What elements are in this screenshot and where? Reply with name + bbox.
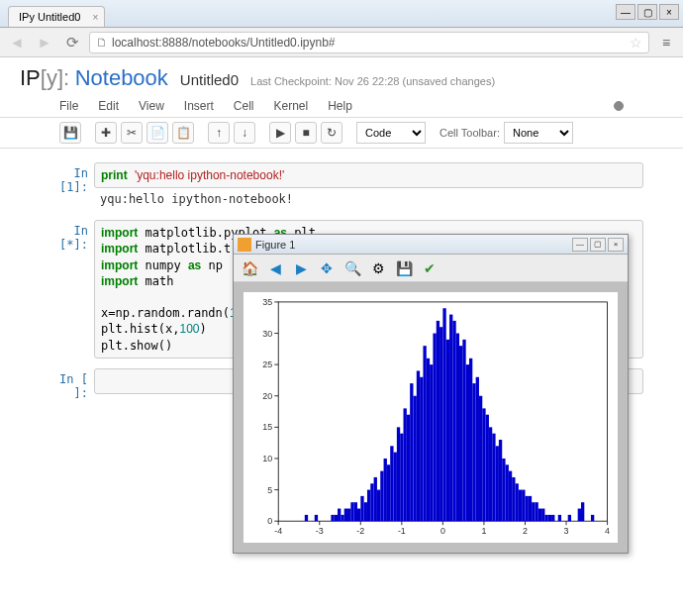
run-icon[interactable]: ▶ bbox=[269, 122, 291, 144]
restart-icon[interactable]: ↻ bbox=[321, 122, 342, 144]
svg-rect-38 bbox=[446, 340, 449, 521]
figure-minimize-icon[interactable]: — bbox=[572, 238, 588, 252]
save-figure-icon[interactable]: 💾 bbox=[394, 258, 414, 278]
svg-text:0: 0 bbox=[267, 516, 272, 526]
svg-text:5: 5 bbox=[267, 485, 272, 495]
back-arrow-icon[interactable]: ◀ bbox=[265, 258, 285, 278]
reload-button[interactable]: ⟳ bbox=[61, 32, 83, 53]
home-icon[interactable]: 🏠 bbox=[240, 258, 259, 278]
configure-icon[interactable]: ⚙ bbox=[368, 258, 388, 278]
menu-help[interactable]: Help bbox=[328, 99, 352, 113]
figure-titlebar[interactable]: Figure 1 — ▢ × bbox=[234, 235, 628, 255]
svg-rect-32 bbox=[427, 359, 430, 521]
page-icon: 🗋 bbox=[96, 36, 108, 50]
notebook-title[interactable]: Untitled0 bbox=[180, 71, 239, 88]
menu-cell[interactable]: Cell bbox=[234, 99, 254, 113]
svg-rect-56 bbox=[506, 464, 509, 521]
maximize-icon[interactable]: ▢ bbox=[637, 4, 657, 20]
svg-text:1: 1 bbox=[481, 526, 486, 536]
svg-text:30: 30 bbox=[262, 329, 272, 339]
svg-rect-50 bbox=[486, 415, 489, 521]
copy-icon[interactable]: 📄 bbox=[146, 122, 168, 144]
url-input[interactable]: 🗋 localhost:8888/notebooks/Untitled0.ipy… bbox=[89, 32, 649, 53]
svg-rect-12 bbox=[360, 496, 363, 521]
svg-rect-34 bbox=[433, 334, 436, 522]
cut-icon[interactable]: ✂ bbox=[121, 122, 143, 144]
svg-rect-35 bbox=[437, 321, 439, 521]
move-up-icon[interactable]: ↑ bbox=[208, 122, 230, 144]
svg-rect-63 bbox=[529, 496, 532, 521]
add-cell-icon[interactable]: ✚ bbox=[95, 122, 117, 144]
cell-1[interactable]: In [1]: print 'yqu:hello ipython-noteboo… bbox=[40, 162, 643, 210]
svg-rect-23 bbox=[397, 427, 400, 521]
svg-rect-6 bbox=[341, 515, 343, 521]
svg-rect-15 bbox=[370, 483, 373, 521]
svg-text:-2: -2 bbox=[356, 526, 364, 536]
svg-rect-70 bbox=[551, 515, 554, 521]
move-down-icon[interactable]: ↓ bbox=[234, 122, 255, 144]
svg-rect-39 bbox=[449, 315, 452, 522]
stop-icon[interactable]: ■ bbox=[295, 122, 317, 144]
svg-rect-33 bbox=[430, 364, 433, 521]
svg-text:-4: -4 bbox=[274, 526, 282, 536]
figure-app-icon bbox=[238, 238, 251, 252]
svg-rect-4 bbox=[335, 515, 338, 521]
browser-tab[interactable]: IPy Untitled0 × bbox=[8, 6, 105, 27]
svg-rect-61 bbox=[522, 490, 525, 522]
forward-arrow-icon[interactable]: ▶ bbox=[291, 258, 311, 278]
svg-rect-21 bbox=[390, 446, 393, 521]
figure-maximize-icon[interactable]: ▢ bbox=[590, 238, 606, 252]
url-text: localhost:8888/notebooks/Untitled0.ipynb… bbox=[112, 36, 336, 50]
svg-rect-36 bbox=[439, 327, 442, 521]
svg-rect-10 bbox=[354, 502, 357, 521]
paste-icon[interactable]: 📋 bbox=[172, 122, 194, 144]
svg-rect-22 bbox=[394, 453, 397, 522]
svg-rect-60 bbox=[519, 490, 522, 522]
celltype-select[interactable]: Code bbox=[356, 122, 426, 144]
svg-rect-2 bbox=[315, 515, 318, 521]
celltoolbar-select[interactable]: None bbox=[504, 122, 573, 144]
svg-text:10: 10 bbox=[262, 454, 272, 463]
svg-rect-51 bbox=[489, 427, 492, 521]
svg-rect-71 bbox=[558, 515, 561, 521]
svg-text:-3: -3 bbox=[316, 526, 324, 536]
svg-rect-25 bbox=[404, 408, 407, 521]
svg-rect-46 bbox=[472, 383, 475, 521]
forward-button[interactable]: ► bbox=[34, 32, 55, 53]
cell-prompt: In [ ]: bbox=[40, 368, 94, 400]
close-window-icon[interactable]: × bbox=[659, 4, 679, 20]
save-icon[interactable]: 💾 bbox=[59, 122, 81, 144]
chrome-menu-icon[interactable]: ≡ bbox=[655, 35, 677, 51]
code-input[interactable]: print 'yqu:hello ipython-notebook!' bbox=[94, 162, 643, 188]
menu-file[interactable]: File bbox=[59, 99, 78, 113]
svg-rect-72 bbox=[568, 515, 571, 521]
svg-rect-18 bbox=[380, 471, 383, 522]
svg-rect-37 bbox=[442, 308, 445, 521]
figure-window[interactable]: Figure 1 — ▢ × 🏠 ◀ ▶ ✥ 🔍 ⚙ 💾 ✔ -4-3-2-10… bbox=[233, 234, 629, 554]
check-icon[interactable]: ✔ bbox=[420, 258, 439, 278]
svg-rect-29 bbox=[417, 370, 420, 521]
menubar: File Edit View Insert Cell Kernel Help bbox=[0, 95, 683, 118]
figure-close-icon[interactable]: × bbox=[608, 238, 624, 252]
svg-text:20: 20 bbox=[262, 391, 272, 401]
pan-icon[interactable]: ✥ bbox=[317, 258, 337, 278]
svg-rect-14 bbox=[367, 490, 370, 522]
celltoolbar-label: Cell Toolbar: bbox=[439, 127, 500, 139]
svg-rect-65 bbox=[535, 502, 537, 521]
menu-kernel[interactable]: Kernel bbox=[274, 99, 309, 113]
bookmark-star-icon[interactable]: ☆ bbox=[630, 35, 642, 51]
svg-rect-74 bbox=[581, 502, 584, 521]
svg-rect-30 bbox=[420, 377, 423, 521]
back-button[interactable]: ◄ bbox=[6, 32, 28, 53]
figure-toolbar: 🏠 ◀ ▶ ✥ 🔍 ⚙ 💾 ✔ bbox=[234, 255, 628, 282]
zoom-icon[interactable]: 🔍 bbox=[342, 258, 362, 278]
menu-insert[interactable]: Insert bbox=[184, 99, 214, 113]
tab-close-icon[interactable]: × bbox=[93, 12, 99, 23]
svg-rect-73 bbox=[578, 509, 581, 522]
toolbar: 💾 ✚ ✂ 📄 📋 ↑ ↓ ▶ ■ ↻ Code Cell Toolbar: N… bbox=[0, 118, 683, 149]
minimize-icon[interactable]: — bbox=[616, 4, 635, 20]
kernel-indicator-icon bbox=[614, 101, 624, 111]
menu-edit[interactable]: Edit bbox=[98, 99, 119, 113]
menu-view[interactable]: View bbox=[139, 99, 164, 113]
svg-rect-58 bbox=[512, 477, 515, 521]
